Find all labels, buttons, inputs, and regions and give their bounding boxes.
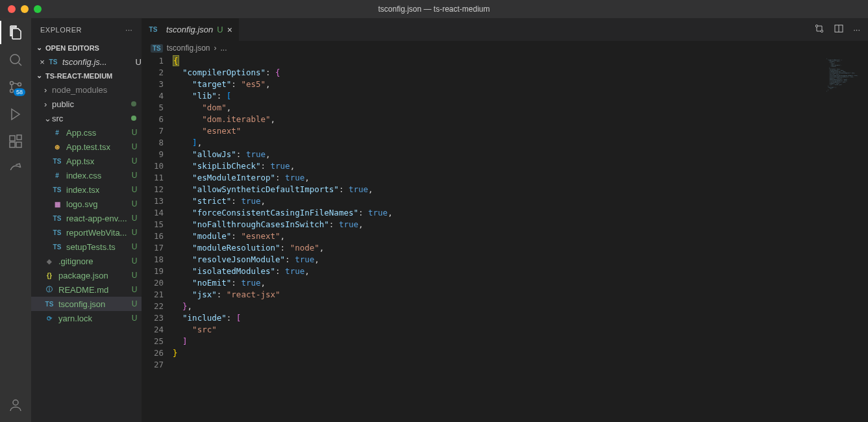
code-line: "moduleResolution": "node", <box>173 242 868 254</box>
tree-file-tsconfig.json[interactable]: TStsconfig.jsonU <box>31 297 142 311</box>
svg-rect-7 <box>17 135 21 140</box>
svg-point-10 <box>821 30 823 32</box>
compare-changes-icon[interactable] <box>814 23 825 36</box>
code-line: "jsx": "react-jsx" <box>173 289 868 301</box>
line-number: 24 <box>142 324 164 336</box>
tree-file-logo.svg[interactable]: ▦logo.svgU <box>31 197 142 211</box>
git-status: U <box>130 185 139 194</box>
open-editor-label: tsconfig.js... <box>62 57 136 67</box>
git-modified-dot <box>131 101 136 106</box>
maximize-window-button[interactable] <box>34 5 42 13</box>
split-editor-icon[interactable] <box>834 23 844 36</box>
tree-label: setupTests.ts <box>66 242 130 252</box>
titlebar: tsconfig.json — ts-react-medium <box>0 0 868 18</box>
tree-label: yarn.lock <box>58 314 130 323</box>
tree-label: public <box>52 99 131 109</box>
explorer-icon[interactable] <box>8 25 23 40</box>
tree-label: src <box>52 114 131 123</box>
tree-folder-node_modules[interactable]: ›node_modules <box>31 82 142 97</box>
activity-bar: 58 <box>0 18 31 422</box>
open-editors-section[interactable]: ⌄ OPEN EDITORS <box>31 41 142 55</box>
line-number: 16 <box>142 230 164 242</box>
more-icon[interactable]: ··· <box>125 26 132 34</box>
extensions-icon[interactable] <box>8 134 23 149</box>
code-line: ] <box>173 336 868 347</box>
line-number: 9 <box>142 149 164 160</box>
breadcrumbs[interactable]: TS tsconfig.json › ... <box>142 41 868 55</box>
tree-file-.gitignore[interactable]: ◆.gitignoreU <box>31 254 142 268</box>
svg-point-0 <box>10 55 19 64</box>
close-icon[interactable]: × <box>36 57 48 67</box>
tree-file-index.tsx[interactable]: TSindex.tsxU <box>31 182 142 197</box>
line-number: 25 <box>142 336 164 347</box>
tree-file-App.css[interactable]: #App.cssU <box>31 125 142 140</box>
line-number: 4 <box>142 90 164 102</box>
code-line: "dom.iterable", <box>173 114 868 125</box>
git-status: U <box>130 142 139 151</box>
project-section[interactable]: ⌄ TS-REACT-MEDIUM <box>31 69 142 82</box>
line-number: 20 <box>142 277 164 289</box>
accounts-icon[interactable] <box>8 397 23 413</box>
tree-label: App.test.tsx <box>66 142 130 152</box>
tree-file-yarn.lock[interactable]: ⟳yarn.lockU <box>31 311 142 325</box>
tree-file-index.css[interactable]: #index.cssU <box>31 168 142 182</box>
git-status: U <box>130 128 139 137</box>
code-line <box>173 359 868 371</box>
sidebar-title: EXPLORER <box>40 26 82 34</box>
code-line: "compilerOptions": { <box>173 67 868 79</box>
tree-label: .gitignore <box>58 256 130 266</box>
tree-folder-src[interactable]: ⌄src <box>31 111 142 125</box>
editor-tab[interactable]: TS tsconfig.json U × <box>142 18 240 41</box>
share-icon[interactable] <box>8 161 23 177</box>
git-status: U <box>217 25 223 34</box>
tree-file-App.tsx[interactable]: TSApp.tsxU <box>31 154 142 168</box>
close-icon[interactable]: × <box>227 25 232 35</box>
tree-label: logo.svg <box>66 199 130 209</box>
svg-rect-5 <box>10 142 15 147</box>
window-title: tsconfig.json — ts-react-medium <box>378 5 490 14</box>
code-line: ], <box>173 137 868 149</box>
tree-file-README.md[interactable]: ⓘREADME.mdU <box>31 282 142 297</box>
svg-point-9 <box>815 25 817 27</box>
svg-point-8 <box>13 400 18 405</box>
git-status: U <box>130 228 139 237</box>
svg-point-2 <box>10 90 14 93</box>
line-number: 5 <box>142 102 164 114</box>
scm-badge: 58 <box>14 88 25 96</box>
tree-file-reportWebVita...[interactable]: TSreportWebVita...U <box>31 225 142 240</box>
tree-label: reportWebVita... <box>66 228 130 238</box>
tree-label: index.tsx <box>66 185 130 195</box>
chevron-down-icon: ⌄ <box>36 43 43 52</box>
tree-file-react-app-env....[interactable]: TSreact-app-env....U <box>31 211 142 225</box>
git-status: U <box>130 171 139 180</box>
code-line: "strict": true, <box>173 195 868 207</box>
git-status: U <box>130 214 139 223</box>
code-line: "src" <box>173 324 868 336</box>
tree-folder-public[interactable]: ›public <box>31 97 142 111</box>
minimize-window-button[interactable] <box>21 5 29 13</box>
source-control-icon[interactable]: 58 <box>8 79 23 95</box>
line-number: 3 <box>142 79 164 90</box>
search-icon[interactable] <box>8 52 23 68</box>
code-editor[interactable]: 1234567891011121314151617181920212223242… <box>142 55 868 422</box>
run-debug-icon[interactable] <box>8 106 23 122</box>
svg-rect-6 <box>16 142 21 147</box>
tree-file-setupTests.ts[interactable]: TSsetupTests.tsU <box>31 240 142 254</box>
chevron-right-icon: › <box>44 99 52 109</box>
open-editor-item[interactable]: × TS tsconfig.js... U <box>31 55 142 69</box>
tree-label: README.md <box>58 285 130 295</box>
tree-file-App.test.tsx[interactable]: ⊛App.test.tsxU <box>31 140 142 154</box>
minimap[interactable]: { "compilerOptions": { "target": "es5", … <box>826 58 859 93</box>
line-number: 1 <box>142 55 164 67</box>
tree-file-package.json[interactable]: {}package.jsonU <box>31 268 142 282</box>
code-line: "noFallthroughCasesInSwitch": true, <box>173 219 868 230</box>
line-number: 8 <box>142 137 164 149</box>
line-number: 18 <box>142 254 164 266</box>
close-window-button[interactable] <box>8 5 16 13</box>
more-actions-icon[interactable]: ··· <box>853 25 860 34</box>
chevron-down-icon: ⌄ <box>44 114 52 123</box>
line-number: 19 <box>142 266 164 277</box>
git-status: U <box>130 156 139 166</box>
code-line: "dom", <box>173 102 868 114</box>
git-status: U <box>130 271 139 280</box>
